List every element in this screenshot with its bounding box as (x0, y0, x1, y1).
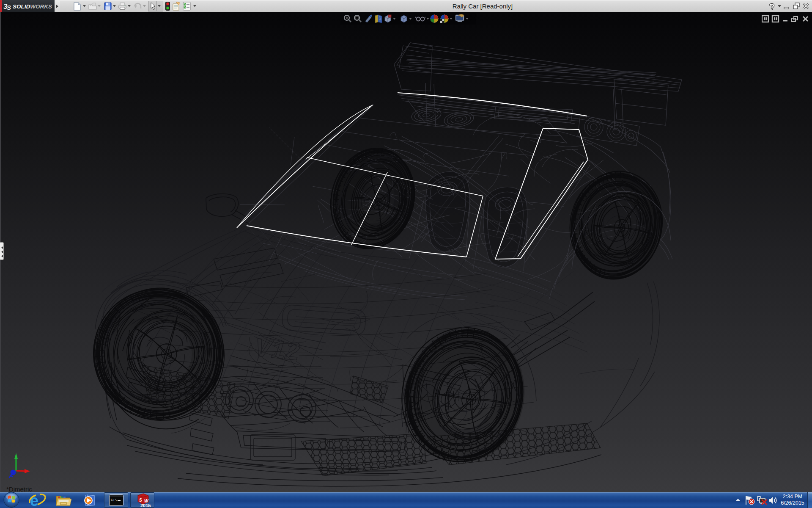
svg-text:S: S (139, 498, 142, 502)
svg-text:SOLIDWORKS: SOLIDWORKS (13, 3, 52, 10)
svg-text:V12: V12 (253, 333, 301, 366)
svg-text:2015: 2015 (140, 503, 151, 508)
svg-text:C:\: C:\ (111, 498, 117, 502)
svg-text:S: S (7, 4, 11, 11)
